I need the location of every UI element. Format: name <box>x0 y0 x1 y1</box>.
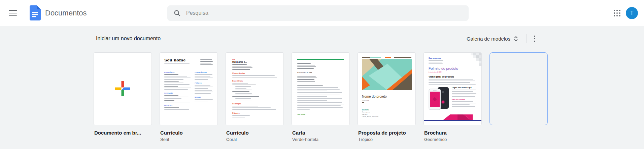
template-subtitle: Trópico <box>358 137 416 142</box>
template-gallery-label: Galeria de modelos <box>467 36 510 42</box>
phones-illustration <box>429 87 449 110</box>
docs-logo-icon[interactable] <box>30 5 41 22</box>
template-card-selected-placeholder[interactable] <box>489 52 548 125</box>
main-menu-icon[interactable] <box>9 10 17 16</box>
template-curriculo-coral: Olá Meu nome é... Competências Experiênc… <box>226 52 284 142</box>
template-card-curriculo-serif[interactable]: Seu nome EXPERIÊNCIA FORMAÇÃO <box>160 52 218 125</box>
tropic-artwork <box>362 59 412 90</box>
template-proposta: Nome do projeto 04/09/20XX Seu nome Sua … <box>358 52 416 142</box>
section-heading: Iniciar um novo documento <box>94 36 161 42</box>
thumbnail-curriculo-serif: Seu nome EXPERIÊNCIA FORMAÇÃO <box>160 53 217 125</box>
template-subtitle: Coral <box>226 137 284 142</box>
template-curriculo-serif: Seu nome EXPERIÊNCIA FORMAÇÃO <box>160 52 218 142</box>
template-title: Documento em br... <box>94 130 152 136</box>
template-gallery-section: Iniciar um novo documento Galeria de mod… <box>0 26 644 149</box>
template-title: Proposta de projeto <box>358 130 416 136</box>
thumbnail-proposta: Nome do projeto 04/09/20XX Seu nome Sua … <box>358 53 415 125</box>
template-card-brochura[interactable]: Sua empresa Folheto do produto 4 de sete… <box>423 52 482 125</box>
checker-corner-decoration <box>466 53 481 67</box>
template-title: Brochura <box>424 130 482 136</box>
template-selected-slot <box>489 52 548 142</box>
template-card-proposta[interactable]: Nome do projeto 04/09/20XX Seu nome Sua … <box>358 52 416 125</box>
template-card-curriculo-coral[interactable]: Olá Meu nome é... Competências Experiênc… <box>226 52 284 125</box>
search-input[interactable] <box>186 10 463 16</box>
divider <box>526 34 527 43</box>
template-title: Currículo <box>160 130 218 136</box>
google-apps-grid-icon[interactable] <box>614 10 620 16</box>
account-avatar[interactable]: T <box>626 7 638 19</box>
search-icon <box>173 9 181 17</box>
page-title: Documentos <box>45 0 87 26</box>
thumbnail-brochura: Sua empresa Folheto do produto 4 de sete… <box>424 53 481 125</box>
template-carta: 4 de setembro de 20XX Seu nome Carta Ver… <box>292 52 350 142</box>
thumbnail-carta: 4 de setembro de 20XX Seu nome <box>292 53 349 125</box>
more-options-icon[interactable] <box>533 34 537 43</box>
search-bar[interactable] <box>167 5 469 21</box>
app-header: Documentos T <box>0 0 644 26</box>
template-card-carta[interactable]: 4 de setembro de 20XX Seu nome <box>292 52 350 125</box>
template-cards-row: Documento em br... Seu nome <box>94 52 548 142</box>
new-document-plus-icon <box>115 81 131 97</box>
thumbnail-curriculo-coral: Olá Meu nome é... Competências Experiênc… <box>226 53 283 125</box>
template-subtitle: Verde-hortelã <box>292 137 350 142</box>
template-title: Currículo <box>226 130 284 136</box>
sort-arrows-icon <box>514 36 518 42</box>
template-gallery-button[interactable]: Galeria de modelos <box>465 35 520 43</box>
template-subtitle: Serif <box>160 137 218 142</box>
template-subtitle: Geométrico <box>424 137 482 142</box>
template-card-blank-document[interactable] <box>94 52 152 125</box>
brochure-footer-decoration <box>424 113 481 121</box>
template-blank: Documento em br... <box>94 52 152 142</box>
template-title: Carta <box>292 130 350 136</box>
template-brochura: Sua empresa Folheto do produto 4 de sete… <box>423 52 482 142</box>
